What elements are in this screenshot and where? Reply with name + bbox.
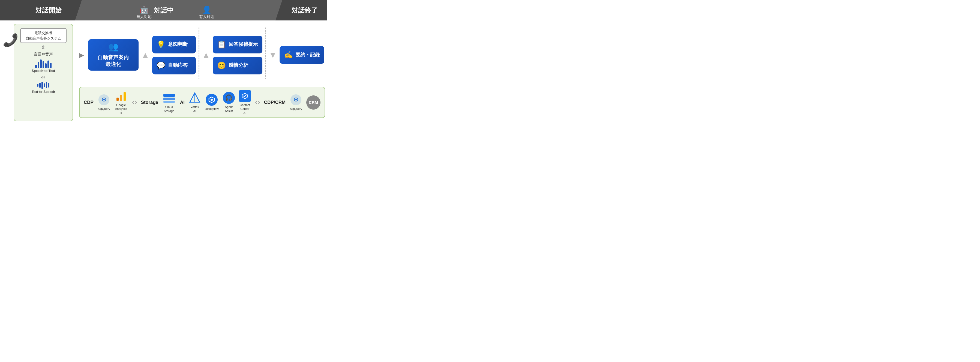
left-panel: 📞 電話交換機 自動音声応答システム ⇕ 言語⇔音声 (14, 24, 73, 121)
stt-wave-icon (35, 58, 52, 68)
center-area: ▶ 👥 自動音声案内最適化 ▲ 💡 意図判断 (73, 21, 327, 121)
lr-arrow-2: ⇔ (255, 99, 260, 106)
bigquery-item: ⊕ BigQuery (98, 94, 110, 111)
kanjou-text: 感情分析 (229, 62, 248, 68)
divider-2 (265, 27, 266, 79)
ga4-item: GoogleAnalytics 4 (114, 90, 128, 115)
kaito-koho-btn[interactable]: 📋 回答候補提示 (213, 36, 262, 54)
kanjou-icon: 😊 (217, 61, 226, 70)
bigquery2-label: BigQuery (290, 107, 302, 111)
cloud-storage-icon (162, 92, 176, 104)
mujin-label: 無人対応 (136, 14, 152, 19)
svg-rect-5 (163, 94, 175, 97)
youyaku-icon: ✍️ (284, 51, 293, 59)
vertex-icon (189, 92, 201, 104)
agent-assist-label: AgentAssist (225, 105, 233, 113)
speech-label: 言語⇔音声 (34, 52, 53, 57)
storage-section: Storage (141, 100, 158, 105)
storage-label: Storage (141, 100, 158, 105)
arrow-left-center: ▶ (79, 51, 84, 59)
vertex-item: Vertex AI (189, 92, 201, 113)
crm-item: CRM (306, 95, 320, 110)
youyaku-btn[interactable]: ✍️ 要約・記録 (280, 46, 324, 64)
bigquery-icon: ⊕ (98, 94, 110, 106)
pbx-box: 電話交換機 自動音声応答システム (20, 28, 67, 43)
vertex-label: Vertex AI (189, 105, 201, 113)
agent-assist-item: 🎧 AgentAssist (223, 92, 235, 113)
robot-icon: 🤖 (139, 5, 149, 14)
cdp-section: CDP (84, 100, 94, 105)
kaito-icon: 📋 (217, 40, 226, 49)
svg-point-12 (210, 99, 213, 101)
lr-arrow-1: ⇔ (132, 99, 137, 106)
crm-icon: CRM (306, 95, 320, 110)
kanjou-btn[interactable]: 😊 感情分析 (213, 57, 262, 75)
bigquery2-item: ⊕ BigQuery (290, 94, 302, 111)
ai-label: AI (180, 100, 185, 105)
svg-rect-7 (163, 101, 175, 103)
svg-rect-3 (120, 95, 122, 101)
cdp-label: CDP (84, 100, 94, 105)
pbx-line1: 電話交換機 (34, 31, 52, 35)
bigquery-label: BigQuery (98, 107, 110, 111)
svg-rect-4 (124, 92, 126, 101)
header-bar: 対話開始 対話中 対話終了 🤖 無人対応 👤 有人対応 (0, 0, 327, 21)
pbx-line2: 自動音声応答システム (25, 36, 61, 40)
ai-section: AI (180, 100, 185, 105)
agent-assist-icon: 🎧 (223, 92, 235, 104)
up-arrow-2: ▲ (202, 51, 210, 60)
body-content: 📞 電話交換機 自動音声応答システム ⇕ 言語⇔音声 (0, 21, 327, 121)
ito-handan-btn[interactable]: 💡 意図判断 (152, 36, 196, 54)
mujin-section: 🤖 無人対応 (136, 5, 152, 19)
dialogflow-icon (206, 94, 218, 106)
down-arrow-1: ▼ (269, 51, 277, 60)
svg-text:⊕: ⊕ (293, 96, 298, 103)
ga4-label: GoogleAnalytics 4 (114, 103, 128, 115)
ccai-icon (239, 90, 251, 102)
mid-buttons-col: 💡 意図判断 💬 自動応答 (152, 36, 196, 75)
cloud-storage-item: CloudStorage (162, 92, 176, 113)
header-start-label: 対話開始 (35, 6, 62, 15)
stt-label: Speech-to-Text (32, 69, 55, 73)
svg-text:⊕: ⊕ (102, 96, 107, 103)
cdp-crm-section: CDP/CRM (264, 100, 286, 105)
outou-icon: 💬 (157, 61, 165, 70)
buttons-area: ▶ 👥 自動音声案内最適化 ▲ 💡 意図判断 (76, 21, 327, 87)
tts-wave-icon (37, 81, 49, 89)
svg-rect-2 (116, 98, 119, 101)
jidou-voice-icon: 👥 (108, 42, 118, 51)
jidou-voice-btn[interactable]: 👥 自動音声案内最適化 (88, 39, 138, 70)
stt-item: Speech-to-Text (32, 58, 55, 73)
arrow-down-1: ⇕ (41, 45, 46, 50)
jidou-outou-btn[interactable]: 💬 自動応答 (152, 57, 196, 75)
ga4-icon (114, 90, 128, 102)
header-end-label: 対話終了 (291, 6, 318, 15)
human-icon: 👤 (202, 5, 212, 14)
arrows-col-1: ▲ (141, 51, 150, 60)
dialogflow-item: Dialogflow (205, 94, 219, 111)
outou-text: 自動応答 (168, 62, 188, 68)
ccai-label: ContactCenter AI (239, 103, 251, 115)
right-buttons-col: 📋 回答候補提示 😊 感情分析 (213, 36, 262, 75)
ito-icon: 💡 (157, 40, 165, 49)
ito-text: 意図判断 (168, 41, 188, 48)
cloud-storage-label: CloudStorage (164, 105, 175, 113)
arrows-col-2: ▲ (202, 51, 210, 60)
divider-1 (199, 27, 199, 79)
phone-icon: 📞 (3, 34, 18, 46)
ccai-item: ContactCenter AI (239, 90, 251, 115)
up-arrow-1: ▲ (141, 51, 150, 60)
tts-item: Text-to-Speech (32, 81, 55, 94)
header-mid-label: 対話中 (154, 6, 173, 15)
arrow-lr-1: ⇔ (41, 75, 46, 80)
page-wrapper: 対話開始 対話中 対話終了 🤖 無人対応 👤 有人対応 📞 電話交換機 自動音声… (0, 0, 327, 121)
header-chevron (75, 0, 282, 21)
kaito-text: 回答候補提示 (229, 41, 258, 48)
svg-rect-6 (163, 98, 175, 100)
youyaku-text: 要約・記録 (295, 52, 320, 58)
jidou-voice-text: 自動音声案内最適化 (98, 54, 129, 68)
tts-label: Text-to-Speech (32, 90, 55, 94)
bigquery2-icon: ⊕ (290, 94, 302, 106)
yujin-section: 👤 有人対応 (199, 5, 215, 19)
arrows-col-3: ▼ (269, 51, 277, 60)
